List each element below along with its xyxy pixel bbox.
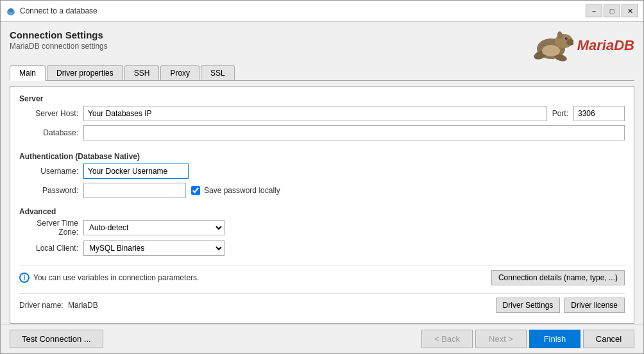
driver-buttons: Driver Settings Driver license bbox=[496, 298, 625, 313]
info-text: You can use variables in connection para… bbox=[33, 273, 491, 282]
tab-driver-properties[interactable]: Driver properties bbox=[47, 65, 123, 80]
header-section: Connection Settings MariaDB connection s… bbox=[10, 30, 634, 62]
cancel-button[interactable]: Cancel bbox=[583, 330, 634, 348]
save-password-row: Save password locally bbox=[191, 186, 280, 195]
save-password-checkbox[interactable] bbox=[191, 186, 200, 195]
database-input[interactable] bbox=[83, 125, 625, 140]
server-host-label: Server Host: bbox=[19, 109, 83, 118]
timezone-row: Server Time Zone: Auto-detect UTC Americ… bbox=[19, 219, 625, 237]
footer-left: Test Connection ... bbox=[10, 330, 421, 348]
close-button[interactable]: ✕ bbox=[622, 4, 638, 17]
footer: Test Connection ... < Back Next > Finish… bbox=[1, 324, 643, 353]
svg-point-6 bbox=[566, 38, 567, 38]
minimize-button[interactable]: − bbox=[586, 4, 602, 17]
password-input[interactable] bbox=[83, 183, 186, 198]
tab-ssh[interactable]: SSH bbox=[124, 65, 160, 80]
header-text: Connection Settings MariaDB connection s… bbox=[10, 30, 108, 51]
driver-name-label: Driver name: bbox=[19, 301, 64, 310]
database-label: Database: bbox=[19, 128, 83, 137]
auth-section-header: Authentication (Database Native) bbox=[19, 152, 625, 161]
svg-point-5 bbox=[565, 37, 568, 40]
timezone-select[interactable]: Auto-detect UTC America/New_York Europe/… bbox=[83, 220, 225, 235]
driver-settings-button[interactable]: Driver Settings bbox=[496, 298, 561, 313]
tab-ssl[interactable]: SSL bbox=[201, 65, 235, 80]
mariadb-brand-text: MariaDB bbox=[577, 37, 634, 54]
title-bar: Connect to a database − □ ✕ bbox=[1, 1, 643, 22]
driver-name-value: MariaDB bbox=[68, 301, 98, 310]
server-host-input[interactable] bbox=[83, 106, 547, 121]
svg-point-1 bbox=[8, 8, 13, 12]
driver-name-text: Driver name: MariaDB bbox=[19, 301, 496, 310]
content-area: Connection Settings MariaDB connection s… bbox=[1, 22, 643, 324]
mariadb-logo: MariaDB bbox=[529, 30, 634, 62]
save-password-label: Save password locally bbox=[204, 186, 280, 195]
driver-license-button[interactable]: Driver license bbox=[564, 298, 625, 313]
connection-details-button[interactable]: Connection details (name, type, ...) bbox=[491, 270, 625, 285]
tab-proxy[interactable]: Proxy bbox=[160, 65, 199, 80]
username-input[interactable] bbox=[83, 164, 189, 179]
main-panel: Server Server Host: Port: Database: bbox=[10, 86, 634, 324]
window-title: Connect to a database bbox=[20, 6, 586, 15]
page-title: Connection Settings bbox=[10, 30, 108, 40]
maximize-button[interactable]: □ bbox=[604, 4, 620, 17]
info-icon: i bbox=[19, 273, 30, 283]
main-window: Connect to a database − □ ✕ Connection S… bbox=[0, 0, 644, 354]
local-client-select[interactable]: MySQL Binaries Local Socket None bbox=[83, 240, 225, 256]
server-section-header: Server bbox=[19, 94, 625, 103]
auth-section: Authentication (Database Native) Usernam… bbox=[19, 151, 625, 202]
next-button[interactable]: Next > bbox=[475, 330, 527, 348]
password-label: Password: bbox=[19, 186, 83, 195]
database-row: Database: bbox=[19, 125, 625, 140]
local-client-label: Local Client: bbox=[19, 244, 83, 253]
page-subtitle: MariaDB connection settings bbox=[10, 42, 108, 51]
app-icon bbox=[6, 6, 16, 16]
footer-nav: < Back Next > Finish Cancel bbox=[421, 330, 634, 348]
port-input[interactable] bbox=[573, 106, 625, 121]
password-row: Password: Save password locally bbox=[19, 183, 625, 198]
tabs-bar: Main Driver properties SSH Proxy SSL bbox=[10, 65, 634, 81]
username-row: Username: bbox=[19, 164, 625, 179]
mariadb-seal-icon bbox=[529, 30, 573, 62]
tab-main[interactable]: Main bbox=[10, 65, 46, 81]
timezone-label: Server Time Zone: bbox=[19, 219, 83, 237]
advanced-section: Advanced Server Time Zone: Auto-detect U… bbox=[19, 206, 625, 260]
finish-button[interactable]: Finish bbox=[529, 330, 580, 348]
driver-row: Driver name: MariaDB Driver Settings Dri… bbox=[19, 293, 625, 317]
test-connection-button[interactable]: Test Connection ... bbox=[10, 330, 103, 348]
back-button[interactable]: < Back bbox=[421, 330, 473, 348]
server-host-row: Server Host: Port: bbox=[19, 106, 625, 121]
svg-point-12 bbox=[542, 45, 560, 56]
server-section: Server Server Host: Port: Database: bbox=[19, 93, 625, 144]
advanced-section-header: Advanced bbox=[19, 207, 625, 216]
username-label: Username: bbox=[19, 167, 83, 176]
info-row: i You can use variables in connection pa… bbox=[19, 266, 625, 289]
local-client-row: Local Client: MySQL Binaries Local Socke… bbox=[19, 240, 625, 256]
port-label: Port: bbox=[547, 109, 573, 118]
window-controls: − □ ✕ bbox=[586, 4, 638, 17]
